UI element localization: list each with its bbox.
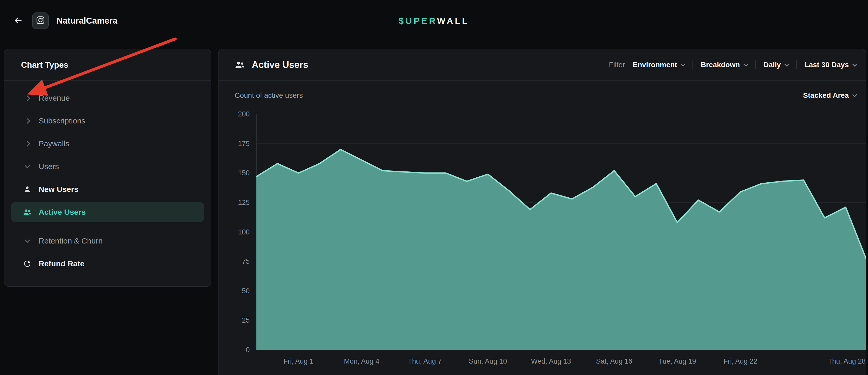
interval-dropdown-value: Daily: [764, 61, 781, 69]
x-tick-label: Thu, Aug 28: [828, 357, 866, 365]
area-series-active-users: [256, 149, 866, 350]
logo-teal-part: $UPER: [399, 16, 437, 26]
sidebar-item-users[interactable]: Users: [4, 155, 211, 178]
x-tick-label: Thu, Aug 7: [408, 357, 442, 365]
chart-type-dropdown-value: Stacked Area: [803, 91, 849, 100]
y-tick-label: 200: [238, 110, 250, 118]
sidebar-title: Chart Types: [4, 49, 211, 81]
superwall-logo: $UPERWALL: [399, 16, 469, 26]
chevron-down-icon: [784, 62, 789, 66]
refresh-icon: [23, 259, 32, 269]
back-button[interactable]: [10, 13, 26, 29]
y-tick-label: 50: [242, 287, 250, 295]
sidebar-item-label: New Users: [39, 185, 78, 194]
sidebar-item-label: Retention & Churn: [39, 237, 103, 245]
chevron-down-icon: [743, 62, 748, 66]
sidebar-item-new-users[interactable]: New Users: [4, 178, 211, 201]
breakdown-dropdown-value: Breakdown: [701, 61, 740, 69]
users-icon: [235, 60, 245, 70]
sidebar-item-label: Refund Rate: [39, 259, 85, 268]
chevron-right-icon: [23, 93, 32, 103]
page-title: Active Users: [252, 59, 308, 70]
logo-white-part: WALL: [437, 16, 469, 26]
chart-type-dropdown[interactable]: Stacked Area: [803, 91, 856, 100]
panel-header: Active Users Filter Environment Breakdow…: [219, 49, 866, 81]
y-tick-label: 125: [238, 199, 250, 207]
chevron-down-icon: [23, 236, 32, 246]
y-tick-label: 0: [246, 346, 250, 354]
interval-dropdown[interactable]: Daily: [764, 61, 788, 69]
arrow-left-icon: [13, 15, 23, 26]
separator: [755, 60, 756, 69]
sidebar-item-label: Paywalls: [39, 139, 69, 148]
separator: [692, 60, 693, 69]
chevron-down-icon: [681, 62, 685, 66]
user-icon: [23, 185, 32, 194]
chart-types-list: Revenue Subscriptions Paywalls Users New…: [4, 81, 211, 275]
filter-label: Filter: [609, 61, 625, 69]
users-icon: [23, 208, 32, 217]
sidebar-item-label: Users: [39, 162, 59, 171]
x-tick-label: Sun, Aug 10: [469, 357, 507, 365]
breakdown-dropdown[interactable]: Breakdown: [701, 61, 747, 69]
camera-icon: [35, 15, 45, 26]
app-name: NaturalCamera: [57, 16, 118, 26]
y-tick-label: 75: [242, 257, 250, 265]
x-tick-label: Mon, Aug 4: [344, 357, 379, 365]
sidebar-item-retention-churn[interactable]: Retention & Churn: [4, 229, 211, 252]
sidebar-item-revenue[interactable]: Revenue: [4, 87, 211, 110]
chart-subtitle: Count of active users: [235, 91, 303, 100]
environment-dropdown-value: Environment: [633, 61, 677, 69]
x-tick-label: Sat, Aug 16: [596, 357, 632, 365]
chevron-right-icon: [23, 139, 32, 148]
date-range-dropdown-value: Last 30 Days: [804, 61, 849, 69]
y-tick-label: 175: [238, 140, 250, 148]
filter-bar: Filter Environment Breakdown Daily Last …: [609, 60, 856, 69]
sidebar-item-refund-rate[interactable]: Refund Rate: [4, 252, 211, 275]
y-tick-label: 150: [238, 169, 250, 177]
sidebar-item-label: Active Users: [39, 208, 86, 217]
chevron-down-icon: [23, 162, 32, 171]
environment-dropdown[interactable]: Environment: [633, 61, 685, 69]
active-users-panel: Active Users Filter Environment Breakdow…: [218, 49, 866, 375]
sidebar-item-active-users[interactable]: Active Users: [11, 202, 204, 222]
chart-types-sidebar: Chart Types Revenue Subscriptions Paywal…: [4, 49, 211, 287]
sidebar-item-label: Subscriptions: [39, 117, 85, 125]
separator: [796, 60, 797, 69]
x-tick-label: Fri, Aug 1: [284, 357, 314, 365]
y-tick-label: 25: [242, 316, 250, 324]
sidebar-item-subscriptions[interactable]: Subscriptions: [4, 110, 211, 132]
list-spacer: [4, 223, 211, 229]
sidebar-item-paywalls[interactable]: Paywalls: [4, 132, 211, 155]
y-tick-label: 100: [238, 228, 250, 236]
x-tick-label: Fri, Aug 22: [723, 357, 757, 365]
chevron-down-icon: [852, 62, 857, 66]
chart-subheader: Count of active users Stacked Area: [219, 81, 866, 110]
date-range-dropdown[interactable]: Last 30 Days: [804, 61, 856, 69]
x-tick-label: Wed, Aug 13: [531, 357, 571, 365]
chevron-right-icon: [23, 116, 32, 126]
sidebar-item-label: Revenue: [39, 94, 70, 102]
topbar: NaturalCamera $UPERWALL: [0, 0, 868, 41]
x-tick-label: Tue, Aug 19: [658, 357, 696, 365]
chevron-down-icon: [852, 92, 857, 97]
app-icon: [32, 12, 49, 29]
